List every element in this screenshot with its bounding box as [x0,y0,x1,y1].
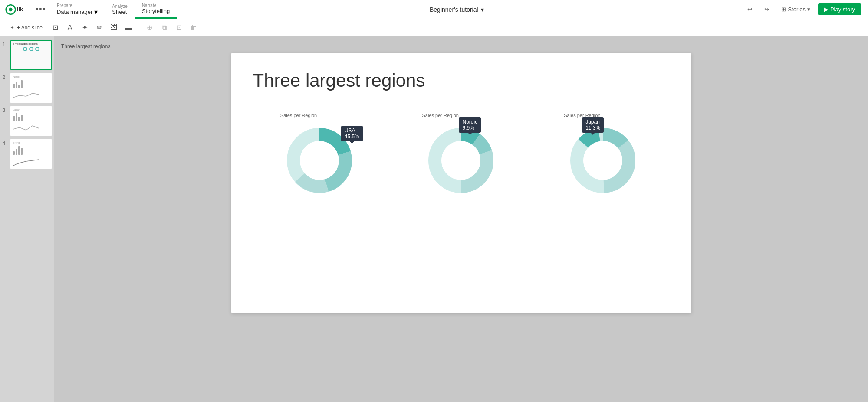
tutorial-chevron-icon: ▾ [481,6,484,13]
mini-dot-2 [29,47,33,51]
chart-nordic-tooltip: Nordic 9.9% [459,117,481,133]
slide-thumb-1[interactable]: Three largest regions [10,40,52,70]
tutorial-title[interactable]: Beginner's tutorial ▾ [430,6,484,13]
svg-text:lik: lik [17,6,23,13]
chart-usa-tooltip-region: USA [345,127,355,134]
mini-bar-4 [21,80,23,88]
tutorial-title-text: Beginner's tutorial [430,6,478,13]
top-nav: lik ••• Prepare Data manager ▾ Analyze S… [0,0,868,19]
slide3-line-svg [13,124,43,133]
prepare-title-area[interactable]: Data manager ▾ [57,8,98,16]
prepare-chevron-icon: ▾ [94,8,98,16]
pencil-button[interactable]: ✏ [93,21,106,34]
image-button[interactable]: 🖼 [108,21,121,34]
charts-row: Sales per Region USA 45.5% [253,108,670,204]
slide-item-3[interactable]: 3 Japan [3,106,52,136]
more-menu-button[interactable]: ••• [32,0,50,19]
chart-usa-tooltip-value: 45.5% [345,134,359,140]
nav-right: ↩ ↪ ⊞ Stories ▾ ▶ Play story [736,0,868,19]
chart-nordic: Sales per Region Nordic 9.9% [422,113,500,199]
slide2-label: Nordic [13,75,49,78]
slide-item-4[interactable]: 4 Trend [3,139,52,169]
nav-prepare[interactable]: Prepare Data manager ▾ [50,0,105,19]
slide-number-4: 4 [3,139,8,146]
slide3-bar-3 [18,117,20,121]
slide-label-top: Three largest regions [61,43,110,49]
slide-number-1: 1 [3,40,8,47]
prepare-title: Data manager [57,9,92,15]
slide4-line-svg [13,158,43,167]
slide3-bar-2 [16,113,17,121]
effects-icon: ✦ [82,23,88,32]
add-icon: ＋ [10,24,15,31]
image-icon: 🖼 [111,24,118,32]
copy-button[interactable]: ⧉ [158,21,171,34]
svg-point-12 [442,141,480,180]
qlik-logo-area[interactable]: lik [0,0,32,19]
add-object-button[interactable]: ⊕ [143,21,156,34]
canvas-area: Three largest regions Three largest regi… [54,36,868,402]
chart-japan-tooltip: Japan 11.3% [582,117,604,133]
undo-button[interactable]: ↩ [743,3,756,15]
mini-bar-1 [13,84,15,88]
slide2-bars [13,80,49,88]
redo-icon: ↪ [764,6,769,13]
slide-item-1[interactable]: 1 Three largest regions [3,40,52,70]
chart-japan: Sales per Region Japan 11.3% [564,113,642,199]
slide2-line [13,91,49,101]
stories-chevron-icon: ▾ [807,6,810,13]
stories-icon: ⊞ [781,6,786,13]
qlik-logo-svg: lik [5,3,27,16]
pencil-icon: ✏ [97,23,102,32]
play-story-button[interactable]: ▶ Play story [818,3,861,15]
slide4-bars [13,146,49,155]
svg-point-1 [9,7,12,11]
text-button[interactable]: A [63,21,76,34]
slide-item-2[interactable]: 2 Nordic [3,73,52,103]
chart-usa-donut: USA 45.5% [280,121,358,199]
delete-icon: 🗑 [190,24,197,32]
undo-icon: ↩ [747,6,752,13]
slide-thumb-3[interactable]: Japan [10,106,52,136]
mini-bar-2 [16,82,17,88]
analyze-title: Sheet [112,9,128,15]
redo-button[interactable]: ↪ [760,3,773,15]
add-slide-button[interactable]: ＋ + Add slide [5,22,47,33]
slide3-line [13,124,49,134]
text-icon: A [68,24,72,32]
slide4-bar-2 [16,149,17,155]
snapshot-button[interactable]: ⊡ [49,21,62,34]
slide-mini-dots [13,47,49,51]
paste-button[interactable]: ⊡ [172,21,185,34]
slide4-bar-1 [13,151,15,155]
media-icon: ▬ [125,24,132,32]
nav-analyze[interactable]: Analyze Sheet [105,0,135,19]
chart-japan-tooltip-value: 11.3% [585,125,600,131]
slide4-label: Trend [13,141,49,144]
slide2-line-svg [13,91,43,100]
chart-usa-tooltip: USA 45.5% [341,126,363,141]
nav-narrate[interactable]: Narrate Storytelling [135,0,177,19]
copy-icon: ⧉ [162,24,167,32]
chart-usa-label: Sales per Region [280,113,317,118]
chart-usa: Sales per Region USA 45.5% [280,113,358,199]
chart-nordic-svg [422,121,500,199]
slide-mini-title-1: Three largest regions [13,42,49,45]
slide-panel: 1 Three largest regions 2 Nordic [0,36,54,402]
analyze-label: Analyze [112,4,128,9]
stories-button[interactable]: ⊞ Stories ▾ [777,3,814,15]
slide-thumb-2[interactable]: Nordic [10,73,52,103]
chart-japan-svg [564,121,642,199]
narrate-title: Storytelling [142,8,170,14]
media-button[interactable]: ▬ [122,21,135,34]
toolbar: ＋ + Add slide ⊡ A ✦ ✏ 🖼 ▬ ⊕ ⧉ ⊡ 🗑 [0,19,868,36]
narrate-label: Narrate [142,3,170,8]
slide3-bars [13,113,49,121]
main-content: 1 Three largest regions 2 Nordic [0,36,868,402]
delete-button[interactable]: 🗑 [187,21,200,34]
slide4-bar-3 [18,146,20,155]
effects-button[interactable]: ✦ [78,21,91,34]
slide-thumb-4[interactable]: Trend [10,139,52,169]
slide-canvas: Three largest regions Sales per Region U… [231,53,691,313]
chart-japan-donut: Japan 11.3% [564,121,642,199]
